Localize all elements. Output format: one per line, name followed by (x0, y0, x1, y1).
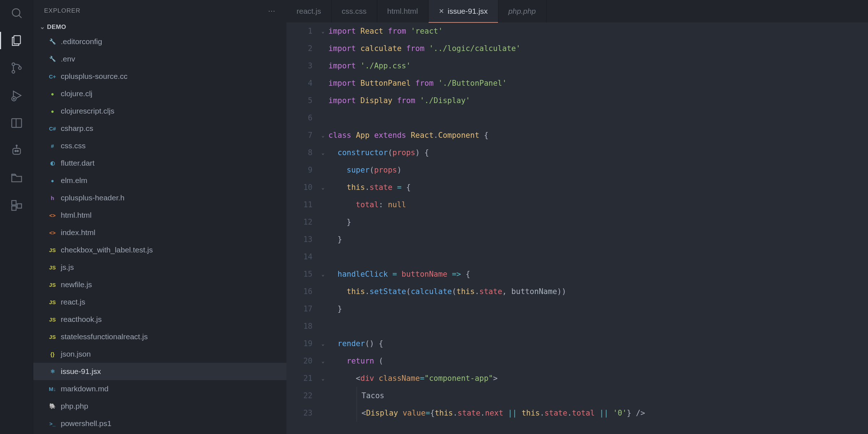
code-line[interactable]: return ( (328, 352, 868, 370)
editor-tab[interactable]: react.js (286, 0, 332, 22)
fold-marker[interactable]: ⌄ (318, 370, 328, 387)
file-type-icon: ⚛ (46, 368, 59, 375)
file-name: powershell.ps1 (61, 419, 111, 428)
activity-bar (0, 0, 33, 434)
line-number: 17 (286, 300, 312, 318)
sidebar-header: EXPLORER ⋯ (33, 0, 286, 22)
file-row[interactable]: ◐flutter.dart (33, 154, 286, 172)
fold-marker[interactable]: ⌄ (318, 179, 328, 196)
layout-icon[interactable] (10, 116, 23, 129)
file-row[interactable]: JSreacthook.js (33, 311, 286, 328)
file-type-icon: 🔧 (46, 56, 59, 62)
code-line[interactable]: this.state = { (328, 179, 868, 196)
file-row[interactable]: <>index.html (33, 224, 286, 241)
svg-rect-16 (12, 206, 16, 210)
fold-marker[interactable]: ⌄ (318, 127, 328, 144)
debug-icon[interactable] (10, 89, 23, 102)
code-line[interactable]: total: null (328, 196, 868, 213)
line-number: 10 (286, 179, 312, 196)
file-name: cplusplus-header.h (61, 193, 124, 202)
fold-marker (318, 387, 328, 404)
editor-tab[interactable]: css.css (332, 0, 377, 22)
code-line[interactable]: import React from 'react' (328, 22, 868, 40)
code-content[interactable]: import React from 'react'import calculat… (328, 22, 868, 434)
code-line[interactable] (328, 318, 868, 335)
code-line[interactable]: import ButtonPanel from './ButtonPanel' (328, 75, 868, 92)
code-line[interactable]: handleClick = buttonName => { (328, 265, 868, 283)
folder-demo[interactable]: ⌄ DEMO (33, 22, 286, 33)
editor-body[interactable]: 1234567891011121314151617181920212223 ⌄⌄… (286, 22, 868, 434)
svg-rect-17 (17, 204, 21, 208)
file-row[interactable]: {}json.json (33, 345, 286, 363)
file-row[interactable]: ●elm.elm (33, 172, 286, 189)
fold-marker[interactable]: ⌄ (318, 144, 328, 161)
robot-icon[interactable] (10, 144, 23, 157)
fold-marker[interactable]: ⌄ (318, 335, 328, 352)
svg-rect-10 (13, 148, 20, 154)
file-row[interactable]: JSreact.js (33, 293, 286, 311)
code-line[interactable]: super(props) (328, 161, 868, 179)
code-line[interactable]: import calculate from '../logic/calculat… (328, 40, 868, 57)
source-control-icon[interactable] (10, 61, 23, 75)
line-number: 12 (286, 213, 312, 231)
close-icon[interactable]: ✕ (439, 7, 444, 15)
code-line[interactable] (328, 248, 868, 265)
file-row[interactable]: M↓markdown.md (33, 380, 286, 397)
fold-marker[interactable]: ⌄ (318, 265, 328, 283)
file-row[interactable]: JSnewfile.js (33, 276, 286, 293)
code-line[interactable]: Tacos (328, 387, 868, 404)
line-number: 14 (286, 248, 312, 265)
file-row[interactable]: #css.css (33, 137, 286, 154)
code-line[interactable]: <div className="component-app"> (328, 370, 868, 387)
search-icon[interactable] (10, 7, 23, 20)
explorer-icon[interactable] (10, 34, 23, 47)
code-line[interactable]: constructor(props) { (328, 144, 868, 161)
code-line[interactable]: } (328, 213, 868, 231)
fold-marker (318, 161, 328, 179)
fold-marker[interactable]: ⌄ (318, 352, 328, 370)
code-line[interactable] (328, 109, 868, 127)
line-number: 4 (286, 75, 312, 92)
file-type-icon: 🔧 (46, 38, 59, 45)
code-line[interactable]: class App extends React.Component { (328, 127, 868, 144)
code-line[interactable]: } (328, 231, 868, 248)
extensions-icon[interactable] (10, 199, 23, 212)
line-number: 7 (286, 127, 312, 144)
line-number: 21 (286, 370, 312, 387)
file-row[interactable]: ●clojure.clj (33, 85, 286, 102)
file-row[interactable]: C+cplusplus-source.cc (33, 68, 286, 85)
editor-area: react.jscss.csshtml.html✕issue-91.jsxphp… (286, 0, 868, 434)
code-line[interactable]: this.setState(calculate(this.state, butt… (328, 283, 868, 300)
editor-tab[interactable]: ✕issue-91.jsx (429, 0, 498, 22)
file-row[interactable]: ●pug.pug (33, 432, 286, 434)
fold-marker[interactable]: ⌄ (318, 22, 328, 40)
code-line[interactable]: } (328, 300, 868, 318)
file-type-icon: # (46, 143, 59, 149)
file-row[interactable]: hcplusplus-header.h (33, 189, 286, 207)
file-row[interactable]: ⚛issue-91.jsx (33, 363, 286, 380)
file-row[interactable]: C#csharp.cs (33, 120, 286, 137)
line-number: 9 (286, 161, 312, 179)
more-icon[interactable]: ⋯ (268, 7, 276, 15)
svg-line-1 (19, 15, 22, 18)
file-row[interactable]: JSstatelessfunctionalreact.js (33, 328, 286, 345)
line-number: 1 (286, 22, 312, 40)
file-row[interactable]: <>html.html (33, 207, 286, 224)
file-row[interactable]: ●clojurescript.cljs (33, 102, 286, 120)
code-line[interactable]: import './App.css' (328, 57, 868, 75)
file-type-icon: ● (46, 91, 59, 97)
chevron-down-icon: ⌄ (38, 23, 47, 31)
file-row[interactable]: JScheckbox_with_label.test.js (33, 241, 286, 259)
code-line[interactable]: render() { (328, 335, 868, 352)
editor-tab[interactable]: html.html (377, 0, 429, 22)
file-name: json.json (61, 350, 91, 358)
file-row[interactable]: 🔧.env (33, 50, 286, 68)
file-row[interactable]: 🐘php.php (33, 397, 286, 415)
file-row[interactable]: 🔧.editorconfig (33, 33, 286, 50)
editor-tab[interactable]: php.php (498, 0, 546, 22)
file-row[interactable]: JSjs.js (33, 259, 286, 276)
folder-icon[interactable] (10, 171, 23, 184)
code-line[interactable]: import Display from './Display' (328, 92, 868, 109)
code-line[interactable]: <Display value={this.state.next || this.… (328, 404, 868, 422)
file-row[interactable]: >_powershell.ps1 (33, 415, 286, 432)
